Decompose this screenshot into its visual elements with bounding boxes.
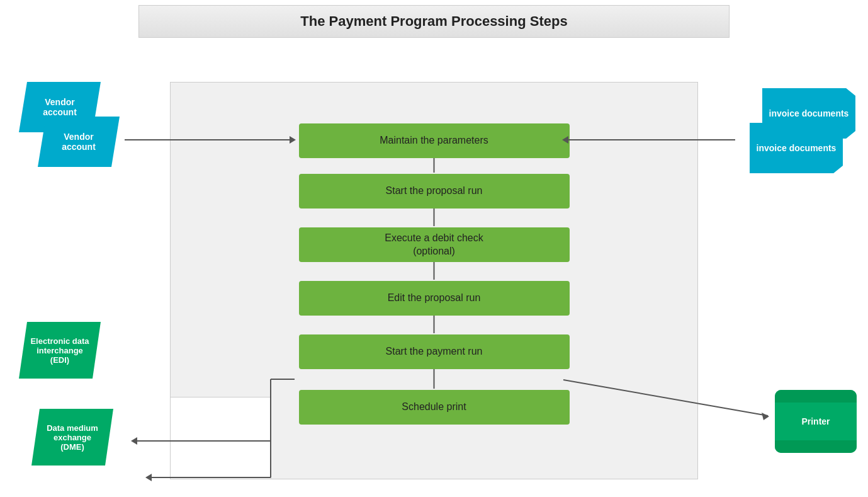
edi-label: Electronic data interchange (EDI) (30, 336, 89, 365)
step1-label: Maintain the parameters (380, 134, 488, 147)
step4-label: Edit the proposal run (388, 292, 481, 305)
step-edit-proposal-run: Edit the proposal run (299, 281, 570, 316)
step-start-proposal-run: Start the proposal run (299, 174, 570, 209)
vendor2-label: Vendor account (62, 132, 96, 152)
step-maintain-parameters: Maintain the parameters (299, 123, 570, 158)
svg-marker-20 (145, 474, 152, 481)
page-title: The Payment Program Processing Steps (138, 5, 730, 38)
dme-shape: Data medium exchange (DME) (31, 409, 113, 466)
svg-marker-17 (131, 437, 137, 445)
printer-shape: Printer (775, 390, 857, 453)
step-schedule-print: Schedule print (299, 390, 570, 425)
step-execute-debit-check: Execute a debit check (optional) (299, 227, 570, 262)
vendor2-shape: Vendor account (38, 117, 120, 167)
step3-label: Execute a debit check (optional) (385, 232, 483, 258)
printer-label: Printer (801, 416, 830, 426)
step5-label: Start the payment run (386, 345, 483, 358)
flow-box: Maintain the parameters Start the propos… (170, 82, 698, 479)
page-container: The Payment Program Processing Steps Ven… (0, 0, 868, 497)
dme-label: Data medium exchange (DME) (47, 423, 98, 452)
svg-marker-22 (762, 413, 769, 420)
invoice1-label: invoice documents (769, 108, 849, 118)
invoice2-label: invoice documents (757, 143, 837, 153)
inner-white-area (171, 397, 271, 479)
vendor1-label: Vendor account (43, 97, 77, 117)
invoice2-shape: invoice documents (750, 123, 843, 173)
step6-label: Schedule print (402, 401, 466, 414)
edi-shape: Electronic data interchange (EDI) (19, 322, 101, 379)
step-start-payment-run: Start the payment run (299, 334, 570, 369)
step2-label: Start the proposal run (386, 185, 483, 198)
